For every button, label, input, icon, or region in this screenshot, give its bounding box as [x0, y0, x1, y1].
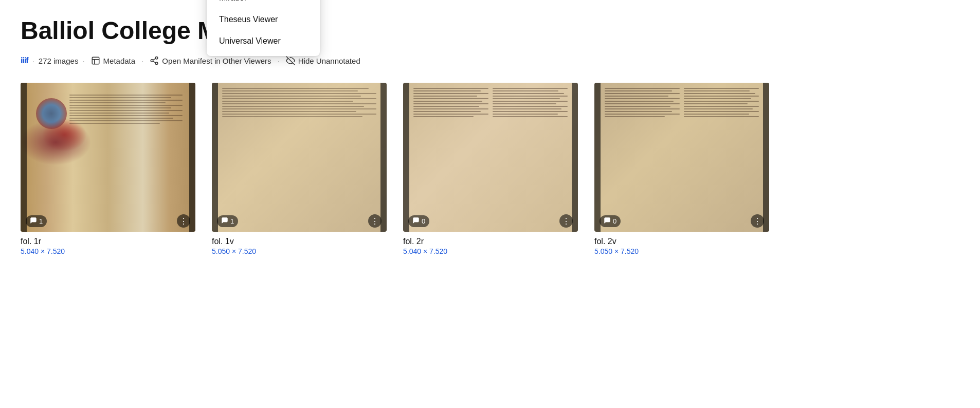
svg-line-7	[153, 59, 156, 60]
image-label-1r: fol. 1r	[21, 237, 195, 246]
thumb-footer-2v: 0 ⋮	[594, 210, 769, 232]
dropdown-item-theseus[interactable]: Theseus Viewer	[207, 9, 320, 30]
metadata-label: Metadata	[103, 57, 136, 65]
manuscript-lines	[26, 88, 190, 227]
page-title: Balliol College MS 238A	[21, 16, 959, 45]
metadata-icon	[91, 56, 100, 65]
thumb-right-shadow-2r	[572, 83, 578, 232]
thumb-left-shadow-1v	[212, 83, 218, 232]
image-card-fol-2v: 0 ⋮ fol. 2v 5.050 × 7.520	[594, 83, 769, 255]
image-dims-1r: 5.040 × 7.520	[21, 247, 195, 255]
image-label-2v: fol. 2v	[594, 237, 769, 246]
more-button-2r[interactable]: ⋮	[559, 214, 573, 228]
more-button-2v[interactable]: ⋮	[751, 214, 764, 228]
hide-icon	[286, 56, 295, 65]
metadata-button[interactable]: Metadata	[89, 55, 138, 66]
svg-rect-0	[92, 57, 99, 64]
dot-3: ·	[141, 57, 143, 65]
annotation-icon-2r	[412, 217, 420, 226]
thumb-right-shadow-2v	[763, 83, 769, 232]
image-dims-1v: 5.050 × 7.520	[212, 247, 387, 255]
svg-point-4	[151, 60, 154, 62]
annotation-badge-2r: 0	[408, 215, 429, 227]
svg-line-6	[153, 61, 156, 63]
thumb-left-shadow-2r	[403, 83, 409, 232]
dot-2: ·	[82, 57, 84, 65]
images-grid: 1 ⋮ fol. 1r 5.040 × 7.520	[21, 83, 959, 255]
annotation-icon-1r	[30, 217, 37, 226]
image-thumb-fol-1r[interactable]: 1 ⋮	[21, 83, 195, 232]
iiif-logo: iiif	[21, 56, 28, 65]
dot-1: ·	[32, 57, 34, 65]
annotation-icon-2v	[604, 217, 611, 226]
thumb-footer-1r: 1 ⋮	[21, 210, 195, 232]
annotation-count-1r: 1	[39, 217, 43, 225]
image-card-fol-1r: 1 ⋮ fol. 1r 5.040 × 7.520	[21, 83, 195, 255]
share-icon	[150, 56, 159, 65]
more-button-1v[interactable]: ⋮	[368, 214, 382, 228]
open-manifest-label: Open Manifest in Other Viewers	[162, 57, 271, 65]
annotation-count-2v: 0	[613, 217, 616, 225]
dropdown-item-universal[interactable]: Universal Viewer	[207, 30, 320, 52]
image-card-fol-1v: 1 ⋮ fol. 1v 5.050 × 7.520 Clover Glyceri…	[212, 83, 387, 255]
image-dims-2v: 5.050 × 7.520	[594, 247, 769, 255]
thumb-footer-1v: 1 ⋮	[212, 210, 387, 232]
image-thumb-fol-2v[interactable]: 0 ⋮	[594, 83, 769, 232]
annotation-count-2r: 0	[422, 217, 425, 225]
annotation-badge-1r: 1	[26, 215, 47, 227]
annotation-badge-2v: 0	[600, 215, 621, 227]
dropdown-menu: Clover Glycerine liiive.now Mirador Thes…	[207, 0, 320, 56]
thumb-right-shadow-1v	[380, 83, 387, 232]
svg-point-3	[156, 57, 158, 60]
hide-unannotated-label: Hide Unannotated	[298, 57, 360, 65]
viewer-dropdown: Clover Glycerine liiive.now Mirador Thes…	[207, 0, 320, 56]
image-count: 272 images	[39, 57, 79, 65]
annotation-badge-1v: 1	[217, 215, 238, 227]
annotation-count-1v: 1	[230, 217, 234, 225]
more-button-1r[interactable]: ⋮	[177, 214, 190, 228]
thumb-right-shadow	[189, 83, 195, 232]
thumb-footer-2r: 0 ⋮	[403, 210, 578, 232]
image-label-2r: fol. 2r	[403, 237, 578, 246]
open-manifest-button[interactable]: Open Manifest in Other Viewers	[148, 55, 273, 66]
annotation-icon-1v	[221, 217, 228, 226]
dropdown-item-mirador[interactable]: Mirador	[207, 0, 320, 9]
svg-point-5	[156, 62, 158, 65]
thumb-left-shadow-2v	[594, 83, 601, 232]
image-dims-2r: 5.040 × 7.520	[403, 247, 578, 255]
image-thumb-fol-2r[interactable]: 0 ⋮	[403, 83, 578, 232]
dot-4: ·	[278, 57, 280, 65]
image-thumb-fol-1v[interactable]: 1 ⋮	[212, 83, 387, 232]
image-label-1v: fol. 1v	[212, 237, 387, 246]
toolbar: iiif · 272 images · Metadata · Open Mani…	[21, 55, 959, 66]
hide-unannotated-button[interactable]: Hide Unannotated	[284, 55, 362, 66]
image-card-fol-2r: 0 ⋮ fol. 2r 5.040 × 7.520	[403, 83, 578, 255]
